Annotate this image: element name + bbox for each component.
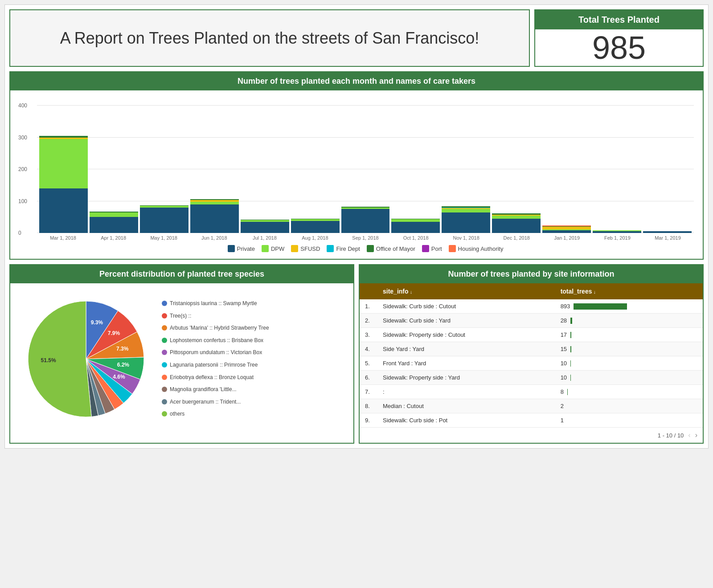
legend-label: Housing Authority <box>458 245 504 252</box>
bar-segment-private <box>643 231 692 233</box>
bar-segment-private <box>542 230 591 233</box>
stat-box: Total Trees Planted 985 <box>534 9 704 67</box>
col-site[interactable]: site_info <box>377 283 555 299</box>
row-trees: 2 <box>555 399 703 413</box>
x-axis-label: Mar 1, 2019 <box>644 235 692 241</box>
stat-label: Total Trees Planted <box>535 10 703 29</box>
pie-legend-label: Arbutus 'Marina' :: Hybrid Strawberry Tr… <box>170 325 269 332</box>
pie-legend-label: Tristaniopsis laurina :: Swamp Myrtle <box>170 300 257 307</box>
legend-item: Housing Authority <box>449 245 504 252</box>
legend-item: Office of Mayor <box>367 245 415 252</box>
pie-legend-dot <box>162 411 167 416</box>
table-row: 3. Sidewalk: Property side : Cutout 17 <box>360 328 703 342</box>
bar-segment-private <box>190 204 239 233</box>
row-num: 2. <box>360 314 377 328</box>
pie-segment <box>28 301 91 417</box>
bar-segment-private <box>291 221 340 233</box>
row-trees: 10 <box>555 371 703 385</box>
x-axis-label: Apr 1, 2018 <box>90 235 137 241</box>
row-trees: 28 <box>555 314 703 328</box>
header-row: A Report on Trees Planted on the streets… <box>9 9 704 67</box>
legend-label: Port <box>431 245 442 252</box>
y-axis-label: 200 <box>18 166 27 172</box>
bar-group <box>140 205 188 233</box>
x-axis-label: Aug 1, 2018 <box>291 235 339 241</box>
stat-value: 985 <box>535 29 703 66</box>
table-row: 7. : 8 <box>360 385 703 399</box>
bar-chart-title: Number of trees planted each month and n… <box>10 72 703 90</box>
pie-legend-label: others <box>170 411 184 418</box>
row-site: : <box>377 385 555 399</box>
bar-segment-private <box>442 212 490 233</box>
pie-legend-label: Lophostemon confertus :: Brisbane Box <box>170 337 263 344</box>
bar-segment-private <box>140 208 188 233</box>
pie-legend-label: Magnolia grandiflora 'Little... <box>170 386 237 393</box>
bar-segment-private <box>593 231 641 233</box>
row-num: 6. <box>360 371 377 385</box>
legend-label: DPW <box>271 245 284 252</box>
legend-color <box>228 245 235 252</box>
x-axis-label: May 1, 2018 <box>140 235 188 241</box>
bar-chart-section: Number of trees planted each month and n… <box>9 71 704 260</box>
legend-label: Private <box>237 245 255 252</box>
bar-group <box>593 230 641 233</box>
pie-legend-item: others <box>162 411 269 418</box>
y-axis-label: 300 <box>18 135 27 141</box>
legend-color <box>367 245 374 252</box>
row-site: Sidewalk: Curb side : Cutout <box>377 299 555 314</box>
next-page-button[interactable]: › <box>695 431 697 439</box>
pie-legend-dot <box>162 399 167 404</box>
row-site: Side Yard : Yard <box>377 342 555 356</box>
pie-label: 51.5% <box>41 357 56 363</box>
row-trees: 1 <box>555 413 703 428</box>
col-num <box>360 283 377 299</box>
row-num: 4. <box>360 342 377 356</box>
bar-segment-private <box>241 222 289 233</box>
legend-color <box>262 245 269 252</box>
bar-group <box>190 199 239 233</box>
title-box: A Report on Trees Planted on the streets… <box>9 9 530 67</box>
bottom-row: Percent distribution of planted tree spe… <box>9 264 704 444</box>
legend-label: Office of Mayor <box>376 245 415 252</box>
bar-group <box>492 213 541 233</box>
x-axis-label: Nov 1, 2018 <box>443 235 490 241</box>
y-axis-label: 400 <box>18 102 27 109</box>
x-axis-label: Oct 1, 2018 <box>392 235 440 241</box>
pie-legend-dot <box>162 325 167 331</box>
pie-legend-item: Magnolia grandiflora 'Little... <box>162 386 269 393</box>
row-site: Sidewalk: Property side : Yard <box>377 371 555 385</box>
table-row: 6. Sidewalk: Property side : Yard 10 <box>360 371 703 385</box>
legend-color <box>327 245 334 252</box>
pie-legend-item: Arbutus 'Marina' :: Hybrid Strawberry Tr… <box>162 325 269 332</box>
pie-section: Percent distribution of planted tree spe… <box>9 264 354 444</box>
bar-legend: PrivateDPWSFUSDFire DeptOffice of MayorP… <box>37 241 694 254</box>
bar-group <box>341 207 390 233</box>
x-axis-label: Sep 1, 2018 <box>341 235 389 241</box>
pie-label: 7.9% <box>108 330 120 336</box>
x-labels: Mar 1, 2018Apr 1, 2018May 1, 2018Jun 1, … <box>37 233 694 241</box>
page-title: A Report on Trees Planted on the streets… <box>60 29 479 48</box>
legend-label: Fire Dept <box>336 245 360 252</box>
legend-color <box>422 245 429 252</box>
row-trees: 17 <box>555 328 703 342</box>
pie-legend-item: Acer buergeranum :: Trident... <box>162 399 269 406</box>
row-num: 7. <box>360 385 377 399</box>
pie-label: 4.6% <box>113 374 125 380</box>
x-axis-label: Mar 1, 2018 <box>39 235 87 241</box>
pie-legend-label: Acer buergeranum :: Trident... <box>170 399 241 406</box>
pie-legend-item: Lophostemon confertus :: Brisbane Box <box>162 337 269 344</box>
x-axis-label: Dec 1, 2018 <box>493 235 541 241</box>
prev-page-button[interactable]: ‹ <box>688 431 690 439</box>
bar-segment-private <box>39 188 88 233</box>
pie-legend-label: Lagunaria patersonii :: Primrose Tree <box>170 362 258 369</box>
pie-legend-item: Tristaniopsis laurina :: Swamp Myrtle <box>162 300 269 307</box>
row-site: Sidewalk: Curb side : Pot <box>377 413 555 428</box>
bar-segment-dpw <box>90 212 138 217</box>
bar-segment-private <box>492 219 541 233</box>
bar-group <box>90 212 138 233</box>
col-trees[interactable]: total_trees <box>555 283 703 299</box>
row-trees: 8 <box>555 385 703 399</box>
bar-chart-container: 0100200300400 Mar 1, 2018Apr 1, 2018May … <box>10 90 703 259</box>
row-trees: 893 <box>555 299 703 314</box>
bar-segment-dpw <box>492 216 541 219</box>
